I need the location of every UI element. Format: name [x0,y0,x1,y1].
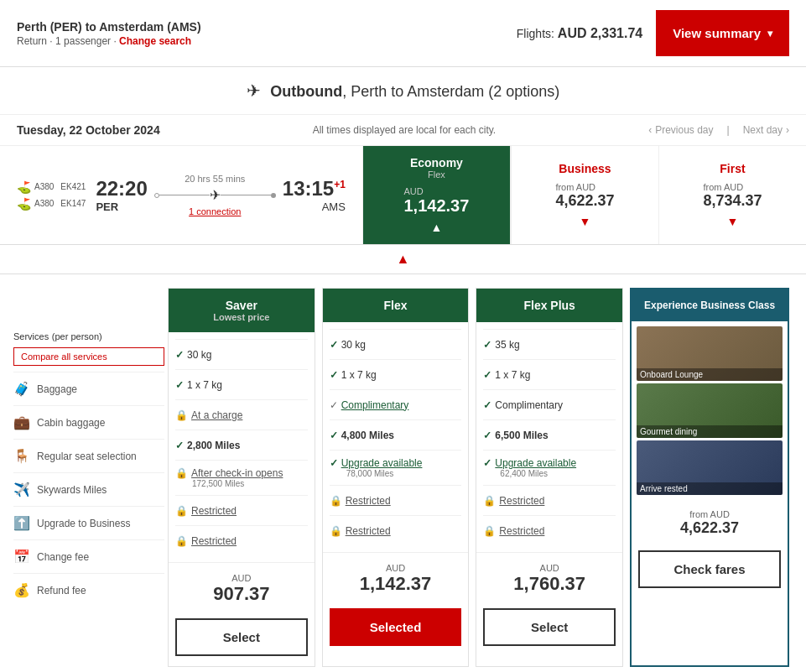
first-chevron-down-icon: ▼ [727,215,739,228]
lock-icon-f2: 🔒 [330,525,342,537]
flex-selected-button[interactable]: Selected [330,608,462,646]
times-note: All times displayed are local for each c… [313,124,497,136]
departure-code: PER [96,201,147,213]
chevron-down-icon: ▾ [767,28,772,39]
outbound-label: Outbound [270,83,342,100]
business-btn-wrapper: Check fares [632,544,788,598]
expand-row[interactable]: ▲ [0,245,806,274]
saver-select-button[interactable]: Select [175,618,308,656]
fp-upgrade-val[interactable]: Upgrade available [495,457,576,469]
check-icon-fp3: ✓ [483,399,491,411]
total-price: AUD 2,331.74 [558,26,642,40]
business-class-images: Onboard Lounge Gourmet dining Arrive res… [632,321,788,503]
change-search-link[interactable]: Change search [119,35,191,47]
gourmet-dining-image: Gourmet dining [637,383,783,438]
check-fares-button[interactable]: Check fares [638,550,781,588]
miles-label: Skywards Miles [37,484,107,496]
miles-icon: ✈️ [13,482,30,497]
flex-miles: ✓4,800 Miles [330,419,462,450]
flight-card: ⛳ A380 EK421 ⛳ A380 EK147 22:20 PER 20 h… [0,146,806,245]
economy-price: 1,142.37 [403,196,469,216]
airline-codes: ⛳ A380 EK421 ⛳ A380 EK147 [17,180,86,211]
saver-upgrade: 🔒After check-in opens 172,500 Miles [175,460,308,495]
fp-upgrade-sub: 62,400 Miles [483,469,548,478]
fp-upgrade: ✓Upgrade available 62,400 Miles [483,450,616,485]
flight-info: ⛳ A380 EK421 ⛳ A380 EK147 22:20 PER 20 h… [0,146,363,244]
flex-upgrade-val[interactable]: Upgrade available [341,457,423,469]
check-icon-f3: ✓ [330,430,338,441]
flex-refund-val[interactable]: Restricted [346,525,391,537]
flex-change-val[interactable]: Restricted [346,495,391,507]
first-cabin-name: First [720,162,745,175]
flight-1-number: EK421 [60,182,86,191]
dining-label: Gourmet dining [637,425,783,438]
lock-icon-fp1: 🔒 [483,495,496,507]
saver-cabin-bag: ✓1 x 7 kg [175,369,308,399]
fare-options-section: Services (per person) Compare all servic… [0,274,806,672]
check-icon-3: ✓ [175,440,184,451]
first-price-label: from AUD [703,182,762,192]
check-icon-fp2: ✓ [483,369,491,381]
airline-1: ⛳ A380 EK421 [17,180,86,194]
flex-price-area: AUD 1,142.37 [323,552,469,602]
fp-price: 1,760.37 [483,573,616,595]
saver-btn-wrapper: Select [169,612,315,666]
saver-column: Saver Lowest price ✓30 kg ✓1 x 7 kg 🔒At … [168,288,315,667]
view-summary-button[interactable]: View summary ▾ [656,10,789,56]
saver-refund-fee: 🔒Restricted [175,525,308,555]
chevron-left-icon: ‹ [648,124,652,136]
business-price-area: from AUD 4,622.37 [555,182,614,210]
check-icon-2: ✓ [175,379,184,391]
first-price: 8,734.37 [703,192,762,210]
flex-upgrade-sub: 78,000 Miles [330,469,394,478]
header-left: Perth (PER) to Amsterdam (AMS) Return · … [17,20,201,47]
previous-day-link[interactable]: ‹ Previous day [648,124,713,136]
trip-details: Return · 1 passenger · [17,35,117,47]
business-price-value: 4,622.37 [638,519,781,537]
day-offset: +1 [334,179,346,190]
saver-name: Saver [175,299,308,312]
refund-fee-label: Refund fee [37,585,86,596]
first-cabin-tab[interactable]: First from AUD 8,734.37 ▼ [659,146,806,244]
airline-1-flag: ⛳ [17,180,31,194]
connections-link[interactable]: 1 connection [154,206,276,216]
economy-cabin-tab[interactable]: Economy Flex AUD 1,142.37 ▲ [363,146,511,244]
check-icon-f2: ✓ [330,369,338,381]
lock-icon: 🔒 [175,409,188,421]
service-upgrade: ⬆️ Upgrade to Business [13,506,164,539]
flex-cabin-val: 1 x 7 kg [341,369,377,381]
flex-plus-select-button[interactable]: Select [483,608,616,646]
service-baggage: 🧳 Baggage [13,372,164,405]
flights-label: Flights: [517,27,554,40]
fp-refund-val[interactable]: Restricted [499,525,544,537]
flex-baggage: ✓30 kg [330,329,462,359]
flex-header: Flex [323,289,469,322]
services-header: Services (per person) Compare all servic… [13,330,164,372]
fp-change-val[interactable]: Restricted [499,495,544,507]
baggage-label: Baggage [37,383,77,395]
saver-price: 907.37 [175,583,308,605]
upgrade-icon: ⬆️ [13,515,30,531]
saver-miles: ✓2,800 Miles [175,430,308,460]
baggage-icon: 🧳 [13,381,30,397]
fp-baggage-val: 35 kg [495,339,519,351]
saver-upgrade-val[interactable]: After check-in opens [191,467,283,479]
airline-2-flag: ⛳ [17,197,31,211]
saver-miles-val: 2,800 Miles [187,440,240,451]
saver-refund-val[interactable]: Restricted [191,535,237,547]
economy-chevron-up-icon: ▲ [430,221,442,234]
business-cabin-tab[interactable]: Business from AUD 4,622.37 ▼ [511,146,659,244]
flex-seat-val[interactable]: Complimentary [341,399,409,411]
flex-name: Flex [330,299,462,312]
services-column: Services (per person) Compare all servic… [13,288,164,667]
fp-miles: ✓6,500 Miles [483,419,616,450]
next-day-link[interactable]: Next day › [743,124,789,136]
view-summary-label: View summary [673,26,761,40]
services-label: Services (per person) [13,330,164,342]
date-row: Tuesday, 22 October 2024 All times displ… [0,115,806,146]
flight-2-number: EK147 [60,199,86,208]
flex-price: 1,142.37 [330,573,462,595]
saver-baggage-val: 30 kg [187,349,211,361]
saver-change-val[interactable]: Restricted [191,505,237,517]
compare-services-button[interactable]: Compare all services [13,347,164,366]
